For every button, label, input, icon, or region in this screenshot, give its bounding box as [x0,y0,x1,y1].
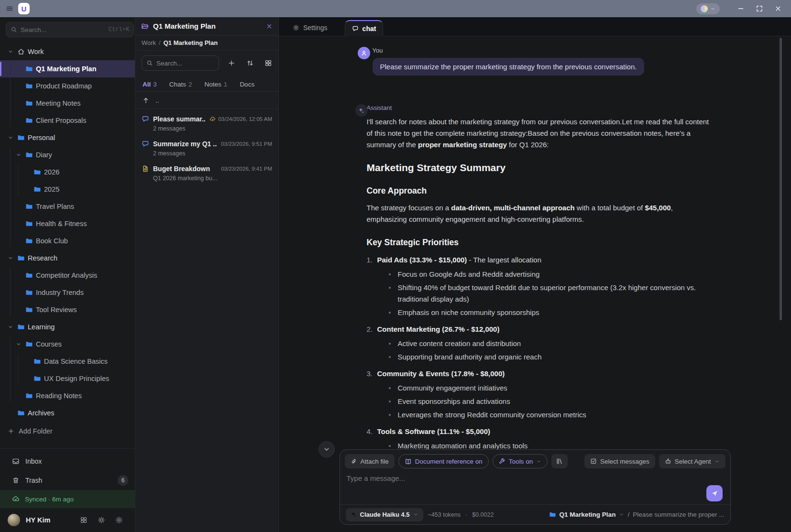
files-search[interactable] [142,55,219,71]
attach-file-button[interactable]: Attach file [345,454,395,468]
chevron-down-icon[interactable] [7,135,14,141]
file-list-item[interactable]: Buget Breakdown03/23/2026, 9:41 PMQ1 202… [135,161,278,185]
account-menu[interactable] [696,3,720,14]
sidebar-search-input[interactable] [21,26,105,33]
grid-view-icon[interactable] [264,59,272,67]
library-button[interactable] [551,454,568,468]
sidebar-tree-item[interactable]: Tool Reviews [0,301,135,318]
folder-icon [33,375,41,382]
chat-scroll-area[interactable]: You Please summarize the proper marketin… [279,36,791,449]
settings-gear-icon[interactable] [115,516,123,524]
file-list-item[interactable]: Please summar...03/24/2026, 12:05 AM2 me… [135,111,278,136]
sidebar-search[interactable]: Ctrl+K [6,22,134,37]
tools-toggle[interactable]: Tools on [493,454,548,468]
theme-sun-icon[interactable] [98,516,105,524]
app-logo: U [18,3,30,14]
tree-indent-guide [10,337,11,402]
new-item-icon[interactable] [228,59,235,67]
files-tab-docs[interactable]: Docs [240,81,254,88]
priority-bullets: Active content creation and distribution… [389,338,710,363]
priority-suffix: - The largest allocation [467,256,541,264]
chat-tab-bar: Settingschat [279,17,791,36]
chevron-down-icon[interactable] [7,324,14,330]
sidebar-tree-item[interactable]: Travel Plans [0,198,135,215]
model-selector[interactable]: Claude Haiku 4.5 [346,508,423,521]
sidebar-tree-item[interactable]: Competitor Analysis [0,267,135,284]
scroll-to-bottom-button[interactable] [319,441,335,457]
files-panel: Q1 Marketing Plan Work / Q1 Marketing Pl… [135,17,279,532]
sidebar-tree-item[interactable]: Diary [0,146,135,163]
sort-icon[interactable] [246,59,254,67]
file-item-title: Summarize my Q1 ... [153,140,217,148]
hamburger-menu-icon[interactable] [6,5,13,12]
chevron-down-icon [536,459,541,464]
cloud-sync-icon [209,116,216,122]
sidebar-tree-item[interactable]: Courses [0,336,135,353]
user-message-bubble: Please summarize the proper marketing st… [373,58,645,76]
sidebar-tree-item[interactable]: 2025 [0,181,135,198]
tree-item-label: Client Proposals [36,117,87,124]
files-search-input[interactable] [156,60,214,67]
apps-grid-icon[interactable] [80,516,88,524]
context-folder[interactable]: Q1 Marketing Plan [560,511,616,518]
chat-bubble-icon [142,140,149,148]
bullet-text: Emphasis on niche community sponsorships [398,307,539,318]
close-panel-icon[interactable] [266,23,273,30]
sparkle-icon [358,107,365,114]
chat-tab-label: chat [363,25,376,33]
sidebar-tree-item[interactable]: Q1 Marketing Plan [0,60,135,77]
tree-item-label: Archives [28,409,55,417]
chevron-down-icon[interactable] [7,255,14,261]
bullet-text: Event sponsorships and activations [398,396,510,407]
sidebar-tree-item[interactable]: Book Club [0,232,135,250]
close-button[interactable] [770,2,786,15]
sidebar-tree-item[interactable]: Work [0,43,135,60]
sidebar-tree-item[interactable]: Reading Notes [0,387,135,404]
files-tab-all[interactable]: All3 [143,81,157,88]
minimize-button[interactable] [733,2,749,15]
folder-icon [33,185,41,193]
sidebar-tree-item[interactable]: Health & Fitness [0,215,135,232]
chevron-down-icon[interactable] [7,49,14,54]
sidebar-tree-item[interactable]: Industry Trends [0,284,135,301]
sidebar-tree-item[interactable]: UX Design Principles [0,370,135,387]
maximize-button[interactable] [751,2,768,15]
parent-directory-row[interactable]: .. [135,92,278,109]
checkbox-icon [590,458,597,465]
sidebar-tree-item[interactable]: Learning [0,318,135,336]
chat-panel-tab-settings[interactable]: Settings [286,20,334,36]
attach-file-label: Attach file [361,458,389,465]
text: for Q1 2026: [507,141,549,149]
sidebar-tree-item[interactable]: Research [0,250,135,267]
sidebar-tree-item[interactable]: 2026 [0,163,135,181]
select-agent-button[interactable]: Select Agent [659,454,725,468]
sidebar-tree-item[interactable]: Archives [0,404,135,422]
chevron-down-icon[interactable] [15,341,22,347]
chat-panel-tab-chat[interactable]: chat [345,20,384,36]
bullet-dot [389,273,391,275]
bullet-text: Active content creation and distribution [398,338,521,349]
add-folder-button[interactable]: Add Folder [0,423,135,440]
sidebar-item-inbox[interactable]: Inbox [0,452,135,471]
send-button[interactable] [706,485,723,501]
sidebar-item-trash[interactable]: Trash 6 [0,471,135,490]
user-avatar[interactable] [8,514,20,526]
select-messages-button[interactable]: Select messages [584,454,655,468]
breadcrumb: Work / Q1 Marketing Plan [135,35,278,51]
chat-scrollbar-thumb[interactable] [780,38,782,320]
sidebar-tree-item[interactable]: Personal [0,129,135,146]
message-input[interactable] [347,474,690,501]
document-reference-toggle[interactable]: Document reference on [398,454,489,468]
file-list-item[interactable]: Summarize my Q1 ...03/23/2026, 9:51 PM2 … [135,136,278,161]
sidebar-tree-item[interactable]: Meeting Notes [0,95,135,112]
files-tab-notes[interactable]: Notes1 [205,81,228,88]
sync-status[interactable]: Synced · 6m ago [0,490,135,508]
sidebar-tree-item[interactable]: Data Science Basics [0,353,135,370]
sidebar-tree-item[interactable]: Client Proposals [0,112,135,129]
files-tab-chats[interactable]: Chats2 [169,81,192,88]
tree-item-label: Learning [28,323,55,331]
breadcrumb-parent[interactable]: Work [142,39,156,46]
sidebar-tree-item[interactable]: Product Roadmap [0,77,135,95]
chevron-down-icon[interactable] [15,152,22,158]
bullet-dot [389,312,391,314]
